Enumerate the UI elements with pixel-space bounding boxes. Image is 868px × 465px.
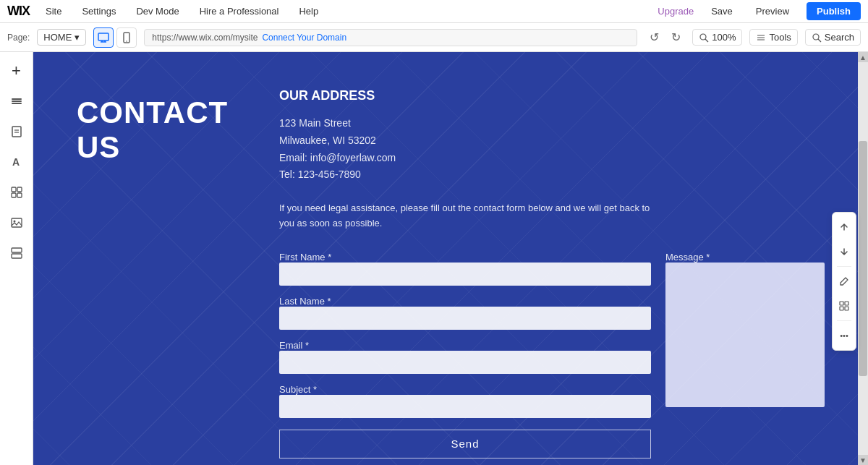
undo-button[interactable]: ↺	[644, 28, 663, 47]
svg-rect-18	[17, 187, 22, 192]
desktop-device-button[interactable]	[93, 27, 114, 48]
add-element-button[interactable]: +	[4, 58, 30, 84]
sidebar-text-button[interactable]: A	[4, 149, 30, 175]
nav-devmode[interactable]: Dev Mode	[132, 3, 183, 20]
svg-rect-20	[17, 193, 22, 197]
contact-title-block: CONTACT US	[77, 88, 221, 465]
contact-title: CONTACT US	[77, 95, 221, 165]
svg-rect-13	[12, 127, 21, 137]
apps-icon	[9, 185, 24, 200]
svg-rect-11	[12, 101, 22, 102]
svg-point-5	[127, 40, 128, 42]
last-name-input[interactable]	[279, 307, 651, 330]
media-icon	[9, 216, 24, 230]
url-text: https://www.wix.com/mysite	[152, 33, 258, 43]
message-label: Message *	[665, 252, 710, 263]
send-button[interactable]: Send	[279, 430, 651, 458]
page-selector[interactable]: HOME ▾	[37, 29, 86, 46]
address-email: Email: info@foyerlaw.com	[279, 150, 825, 167]
topbar: WIX Site Settings Dev Mode Hire a Profes…	[0, 0, 868, 23]
sidebar-layers-button[interactable]	[4, 88, 30, 114]
form-right-column: Message *	[665, 252, 825, 465]
sidebar-apps-button[interactable]	[4, 179, 30, 205]
svg-rect-26	[845, 302, 848, 305]
send-button-wrap: Send	[279, 430, 651, 458]
mobile-icon	[121, 32, 132, 43]
sidebar-pages-button[interactable]	[4, 119, 30, 145]
save-button[interactable]: Save	[705, 3, 739, 20]
nav-hire[interactable]: Hire a Professional	[195, 3, 284, 20]
address-heading: OUR ADDRESS	[279, 88, 825, 103]
publish-button[interactable]: Publish	[807, 2, 861, 20]
search-icon	[812, 33, 822, 43]
svg-point-8	[813, 34, 819, 40]
zoom-control[interactable]: 100%	[692, 29, 742, 46]
float-toolbar: •••	[832, 212, 856, 351]
svg-rect-25	[840, 302, 843, 305]
svg-point-6	[700, 34, 706, 40]
device-buttons	[93, 27, 137, 48]
nav-site[interactable]: Site	[41, 3, 66, 20]
first-name-label: First Name *	[279, 252, 331, 263]
toolbar-divider-2	[837, 320, 851, 321]
subject-input[interactable]	[279, 395, 651, 418]
text-icon: A	[9, 155, 24, 169]
canvas-scroll[interactable]: CONTACT US OUR ADDRESS 123 Main Street M…	[33, 52, 868, 465]
zoom-value: 100%	[712, 32, 736, 43]
last-name-label: Last Name *	[279, 296, 331, 307]
redo-button[interactable]: ↻	[666, 28, 685, 47]
desktop-icon	[98, 32, 109, 43]
svg-point-22	[13, 221, 15, 223]
svg-rect-19	[12, 193, 16, 197]
move-up-button[interactable]	[833, 216, 856, 239]
grid-icon	[839, 301, 849, 311]
page-label: Page:	[7, 33, 30, 43]
mobile-device-button[interactable]	[116, 27, 137, 48]
svg-rect-27	[840, 307, 843, 310]
search-button[interactable]: Search	[805, 29, 861, 46]
upgrade-button[interactable]: Upgrade	[658, 6, 694, 17]
svg-text:A: A	[12, 156, 20, 168]
url-bar[interactable]: https://www.wix.com/mysite Connect Your …	[144, 29, 637, 46]
address-line2: Milwaukee, WI 53202	[279, 132, 825, 150]
tools-icon	[756, 33, 766, 43]
first-name-input[interactable]	[279, 263, 651, 286]
canvas: CONTACT US OUR ADDRESS 123 Main Street M…	[33, 52, 868, 465]
subject-label: Subject *	[279, 384, 317, 395]
toolbar-divider	[837, 266, 851, 267]
sidebar-sections-button[interactable]	[4, 240, 30, 266]
email-input[interactable]	[279, 351, 651, 374]
more-options-button[interactable]: •••	[833, 324, 856, 347]
nav-settings[interactable]: Settings	[77, 3, 120, 20]
address-tel: Tel: 123-456-7890	[279, 166, 825, 184]
main-layout: + A	[0, 52, 868, 465]
layout-button[interactable]	[833, 294, 856, 317]
move-down-button[interactable]	[833, 240, 856, 263]
zoom-icon	[699, 33, 709, 43]
contact-form: First Name * Last Name * Email * Subject…	[279, 252, 825, 465]
edit-button[interactable]	[833, 270, 856, 293]
more-dots-icon: •••	[840, 331, 848, 340]
preview-button[interactable]: Preview	[750, 3, 795, 20]
svg-line-9	[818, 39, 821, 42]
message-input[interactable]	[665, 263, 825, 407]
arrow-up-icon	[839, 222, 849, 232]
sidebar-media-button[interactable]	[4, 210, 30, 236]
email-label: Email *	[279, 340, 309, 351]
left-sidebar: + A	[0, 52, 33, 465]
svg-rect-10	[12, 98, 22, 100]
contact-content: CONTACT US OUR ADDRESS 123 Main Street M…	[33, 52, 868, 465]
svg-rect-23	[12, 248, 22, 252]
pages-icon	[9, 124, 24, 139]
contact-section: CONTACT US OUR ADDRESS 123 Main Street M…	[33, 52, 868, 465]
tools-button[interactable]: Tools	[749, 29, 797, 46]
undo-redo-buttons: ↺ ↻	[644, 28, 685, 47]
pencil-icon	[839, 276, 849, 286]
address-line1: 123 Main Street	[279, 115, 825, 132]
connect-domain-link[interactable]: Connect Your Domain	[262, 33, 346, 43]
address-bar: Page: HOME ▾ https://www.wix.com/mysite …	[0, 23, 868, 52]
description-text: If you need legal assistance, please fil…	[279, 201, 655, 231]
nav-help[interactable]: Help	[294, 3, 323, 20]
svg-rect-17	[12, 187, 16, 192]
page-name: HOME	[43, 32, 72, 43]
